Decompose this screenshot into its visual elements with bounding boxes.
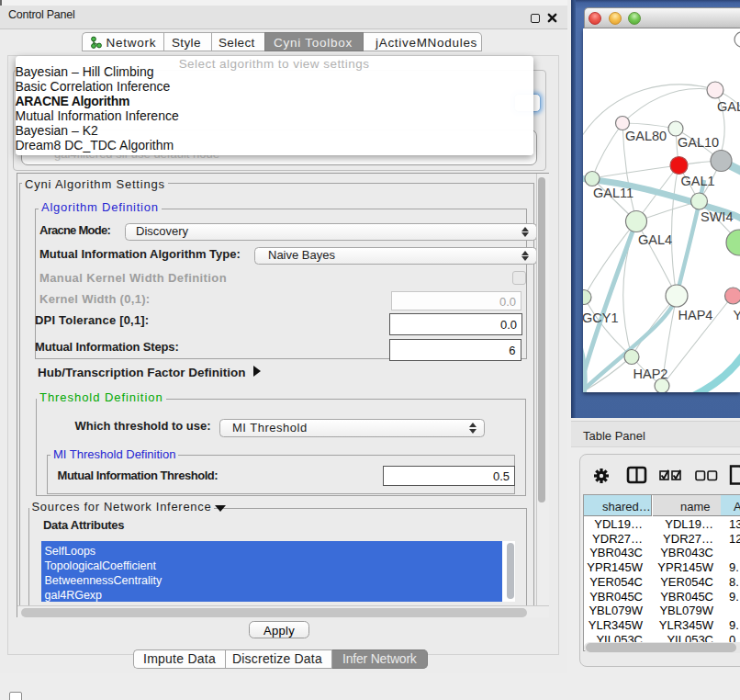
svg-text:GAL80: GAL80 bbox=[625, 129, 667, 143]
svg-text:GAL2: GAL2 bbox=[717, 99, 740, 114]
svg-text:HAP2: HAP2 bbox=[633, 367, 668, 381]
svg-text:GAL10: GAL10 bbox=[678, 135, 719, 150]
svg-text:GAL1: GAL1 bbox=[681, 174, 715, 188]
svg-text:GAL4: GAL4 bbox=[638, 232, 672, 247]
svg-text:GCY1: GCY1 bbox=[583, 310, 619, 325]
svg-text:YJL: YJL bbox=[734, 308, 740, 322]
svg-text:SWI4: SWI4 bbox=[701, 209, 733, 224]
svg-text:HAP4: HAP4 bbox=[678, 308, 713, 322]
svg-text:GAL11: GAL11 bbox=[593, 186, 633, 200]
